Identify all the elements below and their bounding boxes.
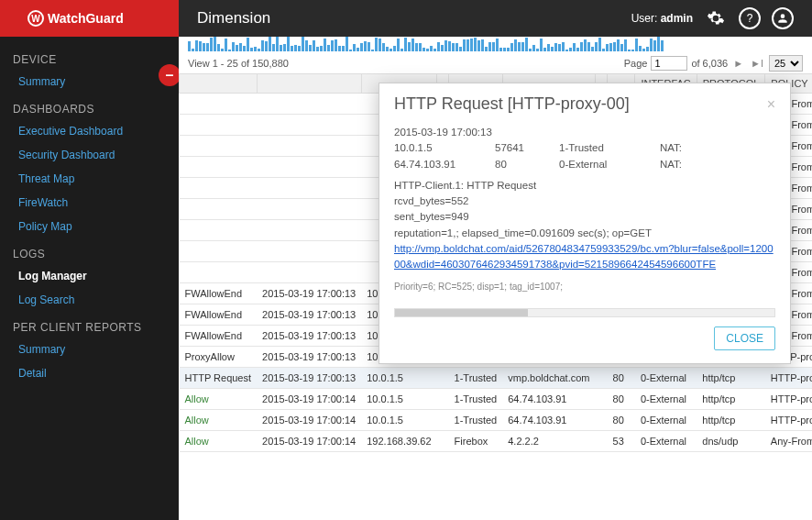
nav-section-header: DEVICE <box>0 44 179 70</box>
gear-icon[interactable] <box>704 6 728 30</box>
modal-dst-row: 64.74.103.91800-ExternalNAT: <box>394 157 775 172</box>
nav-item[interactable]: Security Dashboard <box>0 143 179 167</box>
top-bar: W WatchGuard Dimension User: admin ? <box>0 0 812 37</box>
modal-footer-line: Priority=6; RC=525; disp=1; tag_id=1007; <box>394 280 775 293</box>
sidebar-collapse-button[interactable]: – <box>159 64 179 86</box>
page-size-select[interactable]: 25 <box>769 55 803 72</box>
column-header[interactable] <box>180 74 258 94</box>
table-row[interactable]: Allow2015-03-19 17:00:1410.0.1.51-Truste… <box>180 410 813 431</box>
page-label: Page <box>624 58 648 69</box>
nav-item[interactable]: Log Manager <box>0 264 179 288</box>
modal-src-row: 10.0.1.5576411-TrustedNAT: <box>394 140 775 156</box>
page-of-text: of 6,036 <box>691 58 728 69</box>
page-input[interactable] <box>651 56 687 71</box>
brand-logo: W WatchGuard <box>0 0 179 37</box>
nav-item[interactable]: Policy Map <box>0 215 179 238</box>
modal-title: HTTP Request [HTTP-proxy-00] <box>394 94 630 114</box>
modal-line2: rcvd_bytes=552 <box>394 194 775 209</box>
close-button[interactable]: CLOSE <box>714 326 775 350</box>
nav-item[interactable]: Summary <box>0 337 179 361</box>
modal-line3: sent_bytes=949 <box>394 209 775 225</box>
nav-item[interactable]: Summary <box>0 70 179 94</box>
table-row[interactable]: Allow2015-03-19 17:00:14192.168.39.62Fir… <box>180 431 813 452</box>
nav-item[interactable]: Executive Dashboard <box>0 119 179 143</box>
nav-item[interactable]: Log Search <box>0 288 179 312</box>
activity-sparkline <box>179 37 812 53</box>
modal-url-link[interactable]: http://vmp.boldchat.com/aid/526780483475… <box>394 243 774 270</box>
main-content: View 1 - 25 of 150,880 Page of 6,036 ► ►… <box>179 37 812 520</box>
column-header[interactable] <box>257 74 361 94</box>
pager-last-icon[interactable]: ►I <box>749 58 765 69</box>
log-detail-modal: HTTP Request [HTTP-proxy-00] × 2015-03-1… <box>379 83 791 364</box>
sidebar: – DEVICESummaryDASHBOARDSExecutive Dashb… <box>0 37 179 520</box>
table-row[interactable]: Allow2015-03-19 17:00:1410.0.1.51-Truste… <box>180 389 813 410</box>
logo-icon: W <box>27 10 44 27</box>
user-label: User: admin <box>631 12 693 25</box>
nav-item[interactable]: Threat Map <box>0 167 179 191</box>
modal-line4: reputation=1,; elapsed_time=0.091609 sec… <box>394 226 775 241</box>
modal-timestamp: 2015-03-19 17:00:13 <box>394 125 775 140</box>
table-row[interactable]: HTTP Request2015-03-19 17:00:1310.0.1.51… <box>180 368 813 389</box>
modal-line1: HTTP-Client.1: HTTP Request <box>394 178 775 194</box>
help-icon[interactable]: ? <box>739 7 761 29</box>
nav-item[interactable]: FireWatch <box>0 191 179 215</box>
modal-h-scrollbar[interactable] <box>394 308 775 317</box>
nav-section-header: PER CLIENT REPORTS <box>0 312 179 337</box>
pager-next-icon[interactable]: ► <box>731 58 745 69</box>
view-range-text: View 1 - 25 of 150,880 <box>188 58 289 69</box>
app-title: Dimension <box>179 9 270 28</box>
grid-toolbar: View 1 - 25 of 150,880 Page of 6,036 ► ►… <box>179 53 812 73</box>
nav-section-header: DASHBOARDS <box>0 94 179 119</box>
nav-item[interactable]: Detail <box>0 361 179 385</box>
user-icon[interactable] <box>772 7 794 29</box>
nav-section-header: LOGS <box>0 238 179 264</box>
close-icon[interactable]: × <box>767 96 775 113</box>
brand-text: WatchGuard <box>48 11 124 26</box>
